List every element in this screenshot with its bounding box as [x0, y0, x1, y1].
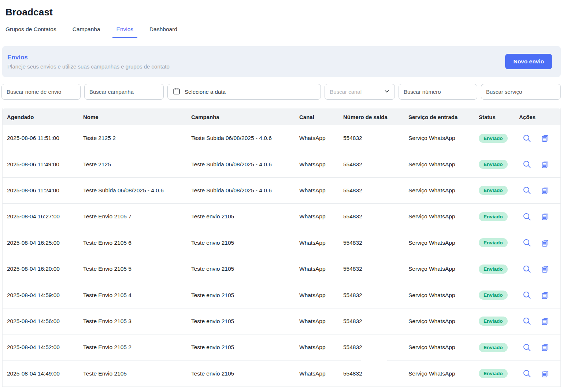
page-title: Broadcast	[0, 0, 563, 18]
cell-nome: Teste Envio 2105 3	[80, 318, 188, 325]
table-row: 2025-08-04 16:27:00 Teste Envio 2105 7 T…	[3, 204, 560, 230]
cell-servico-entrada: Serviço WhatsApp	[405, 344, 476, 351]
cell-status: Enviado	[476, 212, 516, 221]
cell-nome: Teste 2125	[80, 161, 188, 168]
status-badge: Enviado	[479, 160, 508, 169]
cell-nome: Teste Envio 2105 2	[80, 344, 188, 351]
duplicate-button[interactable]	[540, 160, 550, 169]
table-header-row: AgendadoNomeCampanhaCanalNúmero de saída…	[3, 108, 560, 125]
copy-icon	[540, 243, 550, 248]
search-icon	[522, 348, 532, 352]
view-details-button[interactable]	[522, 343, 532, 352]
channel-select[interactable]: Buscar canal	[325, 84, 395, 100]
search-number-input[interactable]	[399, 84, 477, 100]
panel-text: Envios Planeje seus envios e utilize sua…	[7, 54, 170, 70]
cell-servico-entrada: Serviço WhatsApp	[405, 161, 476, 168]
status-badge: Enviado	[479, 212, 508, 221]
cell-servico-entrada: Serviço WhatsApp	[405, 213, 476, 220]
cell-agendado: 2025-08-04 16:20:00	[3, 266, 80, 272]
column-header: Serviço de entrada	[405, 114, 476, 120]
search-envio-name-input[interactable]	[1, 84, 81, 100]
table-row: 2025-08-04 14:49:00 Teste Envio 2105 Tes…	[3, 361, 560, 387]
cell-canal: WhatsApp	[296, 135, 340, 141]
cell-campanha: Teste envio 2105	[188, 266, 296, 272]
cell-agendado: 2025-08-06 11:51:00	[3, 135, 80, 141]
date-picker-field[interactable]: Selecione a data	[167, 84, 321, 100]
duplicate-button[interactable]	[540, 186, 550, 195]
view-details-button[interactable]	[522, 212, 532, 222]
copy-icon	[540, 165, 550, 170]
cell-servico-entrada: Serviço WhatsApp	[405, 292, 476, 299]
table-body: 2025-08-06 11:51:00 Teste 2125 2 Teste S…	[3, 125, 560, 387]
duplicate-button[interactable]	[540, 369, 550, 378]
duplicate-button[interactable]	[540, 317, 550, 326]
search-icon	[522, 322, 532, 326]
cell-campanha: Teste Subida 06/08/2025 - 4.0.6	[188, 135, 296, 141]
cell-nome: Teste Subida 06/08/2025 - 4.0.6	[80, 187, 188, 194]
cell-agendado: 2025-08-04 16:25:00	[3, 240, 80, 246]
calendar-icon	[173, 87, 181, 96]
column-header: Agendado	[3, 114, 80, 120]
cell-canal: WhatsApp	[296, 161, 340, 168]
copy-icon	[540, 348, 550, 352]
status-badge: Enviado	[479, 317, 508, 326]
duplicate-button[interactable]	[540, 291, 550, 300]
tab-envios[interactable]: Envios	[116, 26, 134, 38]
duplicate-button[interactable]	[540, 133, 550, 143]
panel-subtitle: Planeje seus envios e utilize suas campa…	[7, 63, 170, 70]
cell-agendado: 2025-08-06 11:24:00	[3, 187, 80, 194]
cell-campanha: Teste envio 2105	[188, 318, 296, 325]
copy-icon	[540, 374, 550, 379]
cell-actions	[516, 369, 560, 378]
broadcast-page: Broadcast Grupos de ContatosCampanhaEnvi…	[0, 0, 563, 392]
view-details-button[interactable]	[522, 290, 532, 300]
copy-icon	[540, 269, 550, 274]
search-icon	[522, 243, 532, 248]
search-icon	[522, 165, 532, 169]
duplicate-button[interactable]	[540, 212, 550, 221]
cell-campanha: Teste envio 2105	[188, 240, 296, 246]
view-details-button[interactable]	[522, 185, 532, 195]
cell-numero-saida: 554832	[340, 266, 405, 272]
envios-panel-header: Envios Planeje seus envios e utilize sua…	[2, 46, 561, 77]
view-details-button[interactable]	[522, 316, 532, 326]
view-details-button[interactable]	[522, 159, 532, 169]
cell-numero-saida: 554832	[340, 318, 405, 325]
copy-icon	[540, 217, 550, 222]
cell-canal: WhatsApp	[296, 187, 340, 194]
status-badge: Enviado	[479, 369, 508, 378]
cell-canal: WhatsApp	[296, 266, 340, 272]
cell-actions	[516, 185, 560, 195]
cell-nome: Teste Envio 2105 6	[80, 240, 188, 246]
duplicate-button[interactable]	[540, 343, 550, 352]
cell-numero-saida: 554832	[340, 135, 405, 141]
cell-numero-saida: 554832	[340, 292, 405, 299]
view-details-button[interactable]	[522, 264, 532, 274]
cell-servico-entrada: Serviço WhatsApp	[405, 187, 476, 194]
new-envio-button[interactable]: Novo envio	[505, 54, 552, 69]
cell-actions	[516, 159, 560, 169]
cell-agendado: 2025-08-04 14:59:00	[3, 292, 80, 299]
tab-campanha[interactable]: Campanha	[73, 26, 100, 38]
cell-campanha: Teste envio 2105	[188, 344, 296, 351]
tab-bar: Grupos de ContatosCampanhaEnviosDashboar…	[0, 18, 563, 38]
view-details-button[interactable]	[522, 369, 532, 378]
cell-status: Enviado	[476, 317, 516, 326]
search-campaign-input[interactable]	[84, 84, 164, 100]
table-row: 2025-08-06 11:49:00 Teste 2125 Teste Sub…	[3, 151, 560, 177]
cell-campanha: Teste Subida 06/08/2025 - 4.0.6	[188, 161, 296, 168]
duplicate-button[interactable]	[540, 238, 550, 248]
cell-status: Enviado	[476, 369, 516, 378]
tab-grupos-de-contatos[interactable]: Grupos de Contatos	[5, 26, 56, 38]
cell-campanha: Teste Subida 06/08/2025 - 4.0.6	[188, 187, 296, 194]
search-service-input[interactable]	[481, 84, 561, 100]
view-details-button[interactable]	[522, 133, 532, 143]
cell-numero-saida: 554832	[340, 344, 405, 351]
duplicate-button[interactable]	[540, 264, 550, 274]
view-details-button[interactable]	[522, 238, 532, 248]
tab-dashboard[interactable]: Dashboard	[149, 26, 177, 38]
channel-select-placeholder: Buscar canal	[330, 89, 362, 95]
search-icon	[522, 270, 532, 274]
cell-numero-saida: 554832	[340, 161, 405, 168]
cell-servico-entrada: Serviço WhatsApp	[405, 240, 476, 246]
